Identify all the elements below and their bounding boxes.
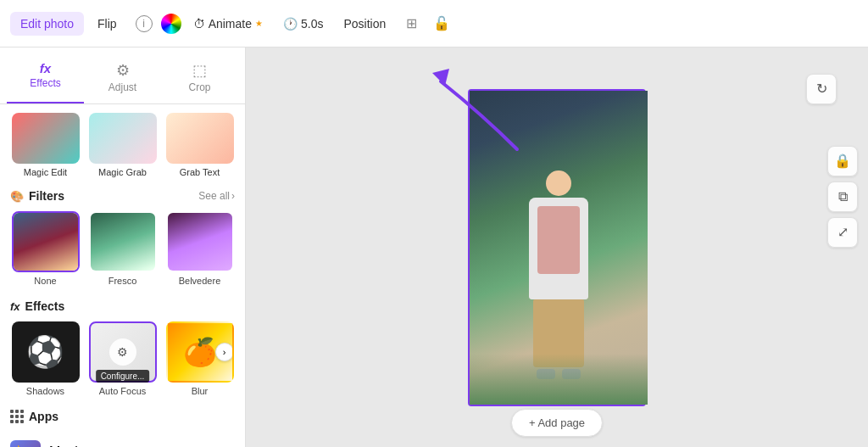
lock-float-btn[interactable]: 🔒 <box>827 146 858 176</box>
image-placeholder <box>470 91 648 405</box>
configure-tooltip: Configure... <box>96 370 150 383</box>
animate-star: ★ <box>255 19 263 28</box>
magic-grab-label: Magic Grab <box>98 167 147 177</box>
effects-icon: fx <box>10 300 20 313</box>
magic-tools-row: Magic Edit Magic Grab Grab Text <box>10 113 235 177</box>
apps-section-header: Apps <box>10 410 235 423</box>
filter-belvedere[interactable]: Belvedere <box>164 211 235 286</box>
svg-marker-0 <box>432 69 449 86</box>
magic-edit-label: Magic Edit <box>24 167 67 177</box>
magic-grab-thumb <box>89 113 157 164</box>
tab-adjust[interactable]: ⚙ Adjust <box>84 54 161 103</box>
effects-section-header: fx Effects <box>10 299 235 313</box>
mockups-left: 📐 Mockups <box>10 440 103 447</box>
effect-shadows-label: Shadows <box>26 386 64 396</box>
mockups-row[interactable]: 📐 Mockups › <box>10 432 235 447</box>
filter-belvedere-label: Belvedere <box>179 276 221 286</box>
time-label: 5.0s <box>301 17 323 31</box>
image-frame[interactable]: 🗑 ··· <box>468 89 646 406</box>
expand-float-btn[interactable]: ⤢ <box>827 217 858 248</box>
soccer-ball-icon: ⚽ <box>26 334 64 370</box>
tab-effects[interactable]: fx Effects <box>7 54 84 103</box>
info-icon: i <box>136 15 153 32</box>
grab-text-tool[interactable]: Grab Text <box>164 113 235 177</box>
timer-icon: 🕐 <box>283 17 298 31</box>
color-wheel-btn[interactable] <box>161 14 181 34</box>
magic-edit-thumb <box>12 113 80 164</box>
apps-title-text: Apps <box>29 410 58 423</box>
configure-icon: ⚙ <box>109 338 136 366</box>
right-float-btns: 🔒 ⧉ ⤢ <box>827 146 858 248</box>
info-icon-btn[interactable]: i <box>131 10 158 37</box>
image-frame-container: 🗑 ··· <box>468 89 646 406</box>
chevron-right-icon: › <box>231 190 235 202</box>
panel-scroll: Magic Edit Magic Grab Grab Text 🎨 Filter… <box>0 104 245 447</box>
mockups-icon: 📐 <box>10 440 41 447</box>
panel-tabs: fx Effects ⚙ Adjust ⬚ Crop <box>0 47 245 104</box>
magic-grab-tool[interactable]: Magic Grab <box>87 113 158 177</box>
effects-grid: ⚽ Shadows ⚙ Configure... Auto Focus 🍊 › <box>10 321 235 396</box>
animate-label: Animate <box>209 17 252 31</box>
effect-shadows[interactable]: ⚽ Shadows <box>10 321 81 396</box>
top-toolbar: Edit photo Flip i ⏱ Animate ★ 🕐 5.0s Pos… <box>0 0 868 47</box>
canvas-workspace: 🔒 ⧉ ⤢ ↻ 🗑 ··· <box>246 47 868 447</box>
rotate-btn[interactable]: ↻ <box>806 74 837 104</box>
effects-title: fx Effects <box>10 299 64 313</box>
adjust-tab-label: Adjust <box>108 81 136 93</box>
position-label: Position <box>343 17 386 31</box>
filters-section-header: 🎨 Filters See all › <box>10 189 235 203</box>
grab-text-label: Grab Text <box>180 167 220 177</box>
adjust-tab-icon: ⚙ <box>116 61 130 80</box>
apps-title: Apps <box>10 410 58 423</box>
crop-tab-label: Crop <box>188 81 210 93</box>
main-content: fx Effects ⚙ Adjust ⬚ Crop Magic Edit <box>0 47 868 447</box>
filter-fresco-thumb <box>89 211 157 272</box>
clock-icon: ⏱ <box>193 17 205 31</box>
lock-btn[interactable]: 🔓 <box>428 10 455 37</box>
see-all-label: See all <box>198 190 230 202</box>
effects-tab-label: Effects <box>30 77 60 89</box>
canvas-area: 🔒 ⧉ ⤢ ↻ 🗑 ··· <box>246 47 868 447</box>
magic-edit-tool[interactable]: Magic Edit <box>10 113 81 177</box>
filters-icon: 🎨 <box>10 190 24 203</box>
filter-fresco-label: Fresco <box>108 276 137 286</box>
filters-grid: None Fresco Belvedere <box>10 211 235 286</box>
effect-shadows-thumb: ⚽ <box>12 321 80 383</box>
apps-section: Apps 📐 Mockups › <box>10 410 235 447</box>
animate-btn[interactable]: ⏱ Animate ★ <box>185 12 271 36</box>
effect-autofocus-label: Auto Focus <box>99 386 147 396</box>
effect-autofocus-thumb: ⚙ Configure... <box>89 321 157 383</box>
filters-title: 🎨 Filters <box>10 189 64 203</box>
filter-none-label: None <box>34 276 56 286</box>
orange-icon: 🍊 <box>183 336 217 368</box>
pattern-icon: ⊞ <box>406 15 417 31</box>
effects-title-text: Effects <box>25 299 65 313</box>
filter-fresco[interactable]: Fresco <box>87 211 158 286</box>
copy-float-btn[interactable]: ⧉ <box>827 182 858 212</box>
position-btn[interactable]: Position <box>335 12 394 36</box>
time-btn[interactable]: 🕐 5.0s <box>275 12 331 36</box>
tab-crop[interactable]: ⬚ Crop <box>161 54 238 103</box>
effect-autofocus[interactable]: ⚙ Configure... Auto Focus <box>87 321 158 396</box>
filter-belvedere-thumb <box>166 211 234 272</box>
lock-icon: 🔓 <box>433 15 450 31</box>
effect-blur-label: Blur <box>192 386 209 396</box>
effect-next-btn[interactable]: › <box>215 343 234 361</box>
effect-blur-thumb: 🍊 › <box>166 321 234 383</box>
filter-none[interactable]: None <box>10 211 81 286</box>
edit-photo-tab[interactable]: Edit photo <box>10 12 84 36</box>
add-page-btn[interactable]: + Add page <box>511 409 603 437</box>
apps-grid-icon <box>10 410 24 423</box>
filter-none-thumb <box>12 211 80 272</box>
effects-tab-icon: fx <box>40 61 51 75</box>
see-all-btn[interactable]: See all › <box>198 190 235 202</box>
filters-title-text: Filters <box>29 189 64 203</box>
grab-text-thumb <box>166 113 234 164</box>
left-panel: fx Effects ⚙ Adjust ⬚ Crop Magic Edit <box>0 47 246 447</box>
crop-tab-icon: ⬚ <box>192 61 207 80</box>
flip-tab[interactable]: Flip <box>87 12 127 36</box>
pattern-btn[interactable]: ⊞ <box>398 10 425 37</box>
effect-blur[interactable]: 🍊 › Blur <box>164 321 235 396</box>
